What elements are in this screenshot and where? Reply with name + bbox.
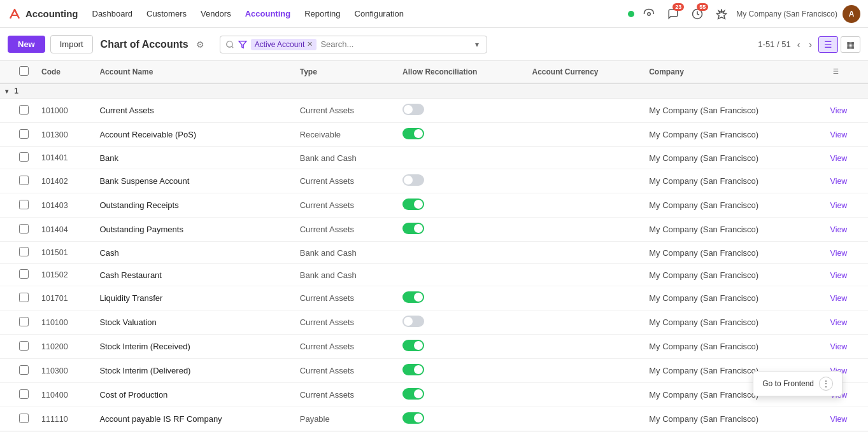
row-checkbox-cell[interactable] — [13, 335, 35, 359]
header-type[interactable]: Type — [294, 61, 396, 83]
nav-item-customers[interactable]: Customers — [140, 6, 193, 21]
activity-button[interactable]: 55 — [688, 4, 707, 24]
header-code[interactable]: Code — [35, 61, 93, 83]
header-currency[interactable]: Account Currency — [526, 61, 643, 83]
row-checkbox-cell[interactable] — [13, 169, 35, 193]
row-checkbox[interactable] — [19, 389, 29, 399]
view-cell[interactable]: View — [824, 169, 868, 193]
row-checkbox[interactable] — [19, 269, 29, 279]
nav-item-dashboard[interactable]: Dashboard — [86, 6, 139, 21]
account-name[interactable]: Account payable IS RF Company — [93, 407, 293, 431]
select-all-checkbox[interactable] — [19, 66, 29, 76]
import-button[interactable]: Import — [50, 35, 93, 53]
row-checkbox-cell[interactable] — [13, 383, 35, 407]
nav-item-vendors[interactable]: Vendors — [194, 6, 238, 21]
view-cell[interactable]: View — [824, 310, 868, 335]
prev-page-button[interactable]: ‹ — [795, 37, 803, 52]
view-link[interactable]: View — [830, 130, 848, 139]
view-cell[interactable]: View — [824, 99, 868, 123]
view-link[interactable]: View — [830, 342, 848, 351]
view-cell[interactable]: View — [824, 264, 868, 286]
reconciliation-cell[interactable] — [396, 310, 525, 335]
account-name[interactable]: Current Assets — [93, 99, 293, 123]
row-checkbox[interactable] — [19, 247, 29, 256]
account-name[interactable]: Account Receivable (PoS) — [93, 123, 293, 147]
row-checkbox[interactable] — [19, 341, 29, 351]
row-checkbox[interactable] — [19, 224, 29, 233]
view-cell[interactable]: View — [824, 123, 868, 147]
reconciliation-cell[interactable] — [396, 218, 525, 242]
row-checkbox[interactable] — [19, 293, 29, 302]
view-cell[interactable]: View — [824, 286, 868, 310]
view-cell[interactable]: View — [824, 242, 868, 264]
brand-logo[interactable]: Accounting — [8, 7, 78, 21]
voip-button[interactable] — [639, 4, 658, 24]
view-link[interactable]: View — [830, 294, 848, 303]
reconciliation-cell[interactable] — [396, 407, 525, 431]
account-name[interactable]: Bank — [93, 147, 293, 169]
view-link[interactable]: View — [830, 201, 848, 210]
reconciliation-cell[interactable] — [396, 193, 525, 218]
active-account-filter[interactable]: Active Account ✕ — [251, 39, 317, 50]
account-name[interactable]: Liquidity Transfer — [93, 286, 293, 310]
nav-item-reporting[interactable]: Reporting — [298, 6, 346, 21]
company-name[interactable]: My Company (San Francisco) — [736, 10, 837, 18]
row-checkbox-cell[interactable] — [13, 407, 35, 431]
account-name[interactable]: Bank Suspense Account — [93, 169, 293, 193]
row-checkbox-cell[interactable] — [13, 310, 35, 335]
reconciliation-cell[interactable] — [396, 169, 525, 193]
row-checkbox-cell[interactable] — [13, 99, 35, 123]
reconciliation-cell[interactable] — [396, 383, 525, 407]
header-checkbox[interactable] — [13, 61, 35, 83]
user-avatar[interactable]: A — [843, 5, 860, 23]
view-link[interactable]: View — [830, 106, 848, 115]
row-checkbox-cell[interactable] — [13, 286, 35, 310]
account-name[interactable]: Stock Interim (Delivered) — [93, 359, 293, 383]
row-checkbox[interactable] — [19, 176, 29, 185]
view-link[interactable]: View — [830, 225, 848, 234]
view-cell[interactable]: View — [824, 218, 868, 242]
account-name[interactable]: Stock Interim (Received) — [93, 335, 293, 359]
dot-menu-button[interactable]: ⋮ — [819, 377, 833, 391]
new-button[interactable]: New — [8, 36, 45, 53]
view-link[interactable]: View — [830, 318, 848, 327]
row-checkbox[interactable] — [19, 200, 29, 209]
view-cell[interactable]: View — [824, 147, 868, 169]
reconciliation-cell[interactable] — [396, 335, 525, 359]
account-name[interactable]: Cost of Production — [93, 383, 293, 407]
kanban-view-button[interactable]: ▦ — [841, 36, 860, 53]
view-link[interactable]: View — [830, 249, 848, 258]
row-checkbox-cell[interactable] — [13, 242, 35, 264]
row-checkbox[interactable] — [19, 414, 29, 423]
view-link[interactable]: View — [830, 154, 848, 163]
view-link[interactable]: View — [830, 415, 848, 424]
chat-button[interactable]: 23 — [664, 4, 683, 24]
nav-item-accounting[interactable]: Accounting — [239, 6, 297, 21]
list-view-button[interactable]: ☰ — [818, 36, 838, 53]
header-company[interactable]: Company — [643, 61, 823, 83]
row-checkbox[interactable] — [19, 152, 29, 162]
account-name[interactable]: Cash Restaurant — [93, 264, 293, 286]
group-row-1[interactable]: ▾ 1 — [0, 83, 868, 99]
remove-filter-button[interactable]: ✕ — [307, 40, 313, 48]
search-dropdown-button[interactable]: ▾ — [473, 40, 481, 49]
row-checkbox-cell[interactable] — [13, 359, 35, 383]
view-link[interactable]: View — [830, 271, 848, 280]
row-checkbox-cell[interactable] — [13, 193, 35, 218]
reconciliation-cell[interactable] — [396, 123, 525, 147]
row-checkbox-cell[interactable] — [13, 123, 35, 147]
view-cell[interactable]: View — [824, 407, 868, 431]
row-checkbox[interactable] — [19, 317, 29, 326]
settings-icon[interactable]: ⚙ — [196, 39, 204, 50]
row-checkbox-cell[interactable] — [13, 264, 35, 286]
row-checkbox-cell[interactable] — [13, 147, 35, 169]
row-checkbox[interactable] — [19, 365, 29, 375]
header-reconciliation[interactable]: Allow Reconciliation — [396, 61, 525, 83]
view-link[interactable]: View — [830, 177, 848, 186]
account-name[interactable]: Outstanding Receipts — [93, 193, 293, 218]
header-account-name[interactable]: Account Name — [93, 61, 293, 83]
account-name[interactable]: Cash — [93, 242, 293, 264]
account-name[interactable]: Stock Valuation — [93, 310, 293, 335]
next-page-button[interactable]: › — [806, 37, 815, 52]
account-name[interactable]: Outstanding Payments — [93, 218, 293, 242]
